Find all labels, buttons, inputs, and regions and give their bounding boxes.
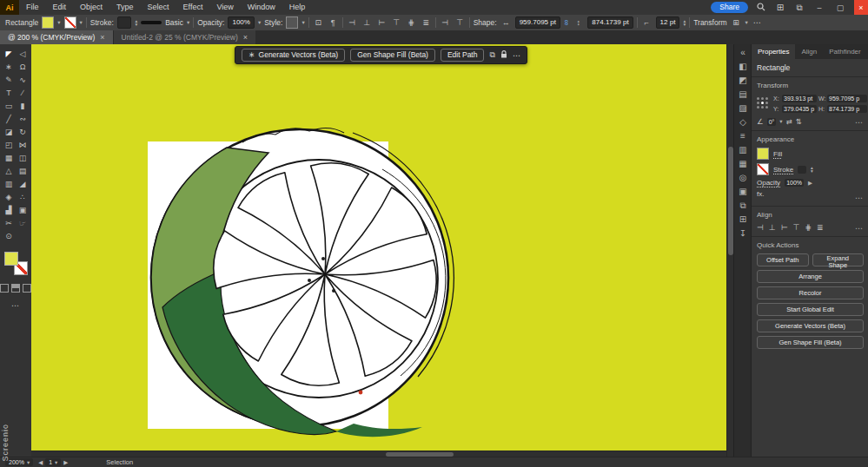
gen-shape-fill-qa-button[interactable]: Gen Shape Fill (Beta) — [757, 336, 864, 349]
preferences-icon[interactable]: ¶ — [328, 18, 339, 27]
appearance-fill-swatch[interactable] — [757, 148, 769, 160]
shape-height-field[interactable]: 874.1739 pt — [587, 16, 633, 29]
curvature-tool[interactable]: ∿ — [16, 74, 30, 85]
gradient-panel-icon[interactable]: ▥ — [739, 145, 746, 155]
flip-vertical-icon[interactable]: ⇅ — [796, 117, 802, 126]
draw-normal-icon[interactable] — [0, 284, 9, 293]
direct-selection-tool[interactable]: ◁ — [16, 48, 30, 59]
rectangle-tool[interactable]: ▭ — [2, 100, 16, 111]
transparency-panel-icon[interactable]: ▦ — [739, 159, 746, 169]
draw-inside-icon[interactable] — [23, 284, 31, 293]
shaper-tool[interactable]: ∾ — [16, 113, 30, 124]
perspective-grid-tool[interactable]: △ — [2, 165, 16, 176]
align-more-icon[interactable]: ⋯ — [855, 224, 864, 233]
gradient-tool[interactable]: ▥ — [2, 178, 16, 189]
mesh-tool[interactable]: ▤ — [16, 165, 30, 176]
fx-button[interactable]: fx. — [757, 190, 764, 198]
appearance-stroke-label[interactable]: Stroke — [773, 166, 793, 174]
link-dimensions-icon[interactable]: ∞ — [562, 20, 571, 25]
canvas[interactable]: ∗ Generate Vectors (Beta) Gen Shape Fill… — [31, 44, 726, 457]
document-setup-icon[interactable]: ⊡ — [313, 18, 324, 27]
corner-radius-stepper[interactable]: ▴▾ — [683, 19, 686, 26]
prev-artboard-icon[interactable]: ◀ — [38, 459, 43, 466]
slice-tool[interactable]: ✂ — [2, 217, 16, 228]
align-left-icon[interactable]: ⊣ — [757, 223, 764, 232]
shape-builder-tool[interactable]: ◫ — [16, 152, 30, 163]
stroke-chevron-icon[interactable]: ▾ — [80, 19, 83, 26]
stroke-panel-icon[interactable]: ≡ — [740, 131, 745, 141]
fill-indicator-swatch[interactable] — [4, 252, 18, 266]
layers-panel-icon[interactable]: ⧉ — [739, 201, 745, 211]
menu-select[interactable]: Select — [141, 0, 176, 15]
arrange-button[interactable]: Arrange — [757, 270, 864, 283]
generate-vectors-qa-button[interactable]: Generate Vectors (Beta) — [757, 319, 864, 332]
align-h-center-icon[interactable]: ⊥ — [769, 223, 776, 232]
artboard-number-field[interactable]: 1▾ — [45, 458, 61, 466]
rotation-field[interactable]: 0° — [767, 118, 777, 126]
edit-toolbar-icon[interactable]: ⋯ — [0, 301, 31, 310]
style-chevron-icon[interactable]: ▾ — [301, 19, 304, 26]
gen-shape-fill-button[interactable]: Gen Shape Fill (Beta) — [350, 49, 435, 62]
menu-help[interactable]: Help — [282, 0, 313, 15]
opacity-chevron-icon[interactable]: ▾ — [258, 19, 261, 26]
stroke-weight-field[interactable] — [117, 16, 132, 29]
menu-type[interactable]: Type — [109, 0, 141, 15]
hand-tool[interactable]: ☞ — [16, 217, 30, 228]
transform-grid-icon[interactable]: ⊞ — [731, 18, 742, 27]
menu-object[interactable]: Object — [73, 0, 109, 15]
offset-path-button[interactable]: Offset Path — [757, 253, 809, 266]
eyedropper-tool[interactable]: ◢ — [16, 178, 30, 189]
recolor-button[interactable]: Recolor — [757, 286, 864, 299]
appearance-opacity-field[interactable]: 100% — [785, 179, 804, 187]
symbol-sprayer-tool[interactable]: ∴ — [16, 191, 30, 202]
align-h-center-icon[interactable]: ⊥ — [361, 18, 373, 27]
generate-vectors-button[interactable]: ∗ Generate Vectors (Beta) — [242, 49, 345, 62]
appearance-panel-icon[interactable]: ◎ — [739, 173, 747, 183]
context-more-icon[interactable]: ⋯ — [513, 51, 520, 60]
fill-chevron-icon[interactable]: ▾ — [57, 19, 60, 26]
zoom-tool[interactable]: ⊙ — [2, 230, 16, 241]
align-right-icon[interactable]: ⊢ — [376, 18, 388, 27]
collapse-panels-icon[interactable]: « — [740, 48, 745, 58]
transform-more-icon[interactable]: ⋯ — [855, 118, 864, 127]
rotate-tool[interactable]: ↻ — [16, 126, 30, 137]
opacity-chevron-icon[interactable]: ▶ — [808, 180, 812, 187]
symbols-panel-icon[interactable]: ◇ — [739, 117, 746, 128]
tab-close-icon[interactable]: × — [100, 33, 104, 42]
appearance-stroke-weight-field[interactable] — [798, 166, 806, 174]
menu-view[interactable]: View — [209, 0, 240, 15]
document-tab-untitled2[interactable]: Untitled-2 @ 25 % (CMYK/Preview) × — [113, 30, 256, 44]
w-field[interactable]: 959.7095 p — [827, 95, 867, 102]
stroke-weight-stepper[interactable]: ▴▾ — [135, 19, 137, 26]
artboard-tool[interactable]: ▣ — [16, 204, 30, 215]
app-icon[interactable]: Ai — [0, 0, 19, 15]
type-tool[interactable]: T — [2, 87, 16, 98]
next-artboard-icon[interactable]: ▶ — [63, 459, 68, 466]
align-top-icon[interactable]: ⊤ — [391, 18, 402, 27]
align-left-icon[interactable]: ⊣ — [347, 18, 358, 27]
document-tab-active[interactable]: @ 200 % (CMYK/Preview) × — [0, 30, 113, 44]
duplicate-icon[interactable]: ⧉ — [489, 50, 494, 60]
scale-tool[interactable]: ◰ — [2, 139, 16, 150]
stroke-color-swatch[interactable] — [64, 16, 76, 29]
share-button[interactable]: Share — [711, 2, 748, 13]
brush-name[interactable]: Basic — [165, 18, 183, 27]
pencil-tool[interactable]: ╱ — [2, 113, 16, 124]
tab-align[interactable]: Align — [795, 44, 823, 59]
align-v-center-icon[interactable]: ⋕ — [805, 223, 812, 232]
shape-width-field[interactable]: 959.7095 pt — [515, 16, 560, 29]
width-tool[interactable]: ⋈ — [16, 139, 30, 150]
align-bottom-icon[interactable]: ≣ — [817, 223, 824, 232]
y-field[interactable]: 379.0435 p — [782, 105, 817, 113]
asset-export-panel-icon[interactable]: ↧ — [739, 228, 746, 239]
maximize-button[interactable]: ▢ — [833, 0, 847, 15]
align-right-icon[interactable]: ⊢ — [781, 223, 788, 232]
draw-behind-icon[interactable] — [11, 284, 20, 293]
brush-chevron-icon[interactable]: ▾ — [187, 19, 189, 26]
line-segment-tool[interactable]: ∕ — [16, 87, 30, 98]
tab-close-icon[interactable]: × — [243, 33, 248, 42]
align-top-icon[interactable]: ⊤ — [793, 223, 800, 232]
opacity-field[interactable]: 100% — [228, 16, 254, 29]
color-panel-icon[interactable]: ◧ — [739, 62, 746, 72]
artwork[interactable] — [31, 44, 726, 457]
